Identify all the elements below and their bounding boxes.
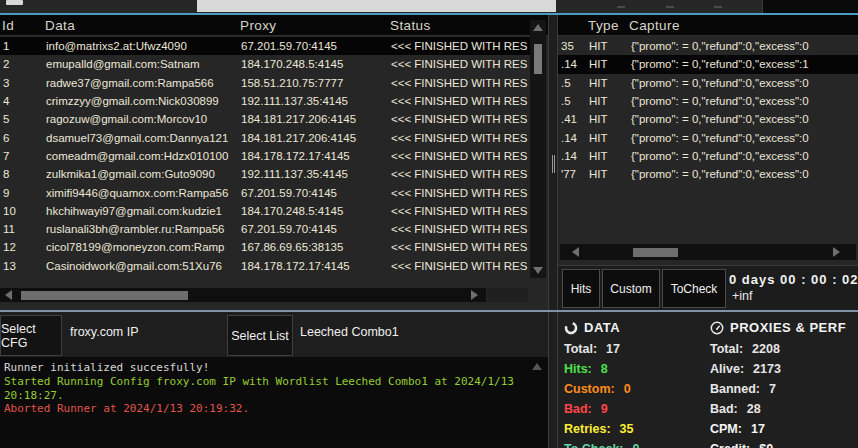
- select-list-button[interactable]: Select List: [227, 315, 293, 356]
- results-table: Id Data Proxy Status 1info@matrixs2.at:U…: [0, 15, 548, 310]
- cell-status: <<< FINISHED WITH RES: [391, 241, 530, 253]
- column-header-status[interactable]: Status: [390, 18, 431, 33]
- log-scroll-up-icon[interactable]: [532, 363, 542, 370]
- cell-proxy: 184.178.172.17:4145: [241, 150, 391, 162]
- cell-id: 1: [3, 40, 46, 52]
- scrollbar-thumb[interactable]: [534, 44, 542, 74]
- scroll-right-icon[interactable]: [833, 247, 840, 257]
- results-row[interactable]: 1info@matrixs2.at:Ufwz409067.201.59.70:4…: [0, 37, 530, 55]
- results-row[interactable]: 10hkchihwayi97@gmail.com:kudzie1184.170.…: [0, 202, 530, 220]
- stat-label: To Check:: [564, 442, 624, 448]
- results-rows: 1info@matrixs2.at:Ufwz409067.201.59.70:4…: [0, 37, 530, 275]
- cell-data: info@matrixs2.at:Ufwz4090: [46, 40, 241, 52]
- cell-capture: {"promo": = 0,"refund":0,"excess":0: [631, 150, 858, 162]
- log-line: Started Running Config froxy.com IP with…: [4, 375, 548, 389]
- column-header-type[interactable]: Type: [588, 18, 619, 33]
- scroll-down-icon[interactable]: [533, 267, 543, 274]
- results-row[interactable]: 7comeadm@gmail.com:Hdzx010100184.178.172…: [0, 147, 530, 165]
- cell-data: emupalld@gmail.com:Satnam: [46, 58, 241, 70]
- results-row[interactable]: 13Casinoidwork@gmail.com:51Xu76184.178.1…: [0, 257, 530, 275]
- results-row[interactable]: 8zulkmika1@gmail.com:Guto9090192.111.137…: [0, 165, 530, 183]
- custom-button[interactable]: Custom: [602, 269, 660, 308]
- cell-proxy: 184.181.217.206:4145: [241, 113, 391, 125]
- runner-log[interactable]: Runner initialized succesfully!Started R…: [0, 357, 548, 448]
- panel-splitter[interactable]: [548, 15, 558, 448]
- cell-id: 12: [3, 241, 46, 253]
- cell-col0: .14: [561, 150, 589, 162]
- proxies-stats: PROXIES & PERF Total:2208Alive:2173Banne…: [710, 320, 846, 448]
- cell-data: cicol78199@moneyzon.com:Ramp: [46, 241, 241, 253]
- hits-row[interactable]: '77HIT{"promo": = 0,"refund":0,"excess":…: [558, 165, 858, 183]
- stat-credit: Credit:$0: [710, 442, 846, 448]
- results-row[interactable]: 2emupalld@gmail.com:Satnam184.170.248.5:…: [0, 55, 530, 73]
- hits-row[interactable]: .14HIT{"promo": = 0,"refund":0,"excess":…: [558, 55, 858, 73]
- hits-row[interactable]: .5HIT{"promo": = 0,"refund":0,"excess":0: [558, 92, 858, 110]
- results-row[interactable]: 5ragozuw@gmail.com:Morcov10184.181.217.2…: [0, 110, 530, 128]
- proxies-stats-title: PROXIES & PERF: [730, 320, 846, 335]
- stat-label: Total:: [710, 342, 743, 356]
- results-vertical-scrollbar[interactable]: [530, 20, 546, 278]
- data-stats-title: DATA: [584, 320, 620, 335]
- log-line: 20:18:27.: [4, 389, 548, 403]
- stat-value: 2208: [752, 342, 780, 356]
- cell-data: dsamuel73@gmail.com:Dannya121: [46, 132, 241, 144]
- scrollbar-thumb[interactable]: [633, 248, 678, 257]
- stat-banned: Banned:7: [710, 382, 846, 402]
- hits-rows: 35HIT{"promo": = 0,"refund":0,"excess":0…: [558, 37, 858, 183]
- log-line: Runner initialized succesfully!: [4, 361, 548, 375]
- hits-row[interactable]: .5HIT{"promo": = 0,"refund":0,"excess":0: [558, 74, 858, 92]
- runner-window: Id Data Proxy Status 1info@matrixs2.at:U…: [0, 0, 858, 448]
- stat-retries: Retries:35: [564, 422, 639, 442]
- cell-data: crimzzyy@gmail.com:Nick030899: [46, 95, 241, 107]
- cell-status: <<< FINISHED WITH RES: [391, 150, 530, 162]
- hits-horizontal-scrollbar[interactable]: [560, 244, 856, 260]
- cell-data: radwe37@gmail.com:Rampa566: [46, 77, 241, 89]
- pie-chart-icon: [564, 321, 578, 335]
- column-header-id[interactable]: Id: [2, 18, 14, 33]
- results-row[interactable]: 11ruslanali3bh@rambler.ru:Rampa5667.201.…: [0, 220, 530, 238]
- scrollbar-thumb[interactable]: [21, 291, 188, 300]
- scroll-left-icon[interactable]: [5, 290, 12, 300]
- scroll-left-icon[interactable]: [572, 247, 579, 257]
- select-cfg-button[interactable]: Select CFG: [0, 315, 62, 356]
- hits-row[interactable]: 35HIT{"promo": = 0,"refund":0,"excess":0: [558, 37, 858, 55]
- cell-proxy: 192.111.137.35:4145: [241, 95, 391, 107]
- results-row[interactable]: 9ximifi9446@quamox.com:Rampa5667.201.59.…: [0, 183, 530, 201]
- hits-filter-bar: Hits Custom ToCheck 0 days 00 : 00 : 02 …: [558, 265, 858, 310]
- scroll-right-icon[interactable]: [471, 290, 478, 300]
- results-row[interactable]: 6dsamuel73@gmail.com:Dannya121184.181.21…: [0, 128, 530, 146]
- results-horizontal-scrollbar[interactable]: [0, 288, 486, 302]
- hits-button[interactable]: Hits: [562, 269, 600, 308]
- hits-row[interactable]: .14HIT{"promo": = 0,"refund":0,"excess":…: [558, 128, 858, 146]
- column-header-capture[interactable]: Capture: [629, 18, 680, 33]
- proxies-stats-header: PROXIES & PERF: [710, 320, 846, 335]
- cell-id: 9: [3, 187, 46, 199]
- hits-row[interactable]: .41HIT{"promo": = 0,"refund":0,"excess":…: [558, 110, 858, 128]
- stat-label: Bad:: [710, 402, 738, 416]
- results-row[interactable]: 12cicol78199@moneyzon.com:Ramp167.86.69.…: [0, 238, 530, 256]
- tocheck-button[interactable]: ToCheck: [662, 269, 726, 308]
- top-dash-icon: [617, 6, 625, 8]
- stat-total: Total:2208: [710, 342, 846, 362]
- splitter-handle-icon[interactable]: [552, 155, 553, 173]
- results-row[interactable]: 4crimzzyy@gmail.com:Nick030899192.111.13…: [0, 92, 530, 110]
- cell-proxy: 184.178.172.17:4145: [241, 260, 391, 272]
- scroll-up-icon[interactable]: [533, 24, 543, 31]
- data-stats: DATA Total:17Hits:8Custom:0Bad:9Retries:…: [564, 320, 639, 448]
- cell-type: HIT: [589, 132, 631, 144]
- stat-value: 17: [606, 342, 620, 356]
- cell-proxy: 167.86.69.65:38135: [241, 241, 391, 253]
- cell-id: 8: [3, 168, 46, 180]
- stat-total: Total:17: [564, 342, 639, 362]
- column-header-data[interactable]: Data: [45, 18, 75, 33]
- stat-to-check: To Check:0: [564, 442, 639, 448]
- data-stats-header: DATA: [564, 320, 639, 335]
- cell-proxy: 158.51.210.75:7777: [241, 77, 391, 89]
- stat-label: Alive:: [710, 362, 744, 376]
- results-row[interactable]: 3radwe37@gmail.com:Rampa566158.51.210.75…: [0, 74, 530, 92]
- column-header-proxy[interactable]: Proxy: [240, 18, 277, 33]
- gauge-icon: [710, 321, 724, 335]
- config-bar: Select CFG froxy.com IP Select List Leec…: [0, 312, 548, 357]
- hits-row[interactable]: .14HIT{"promo": = 0,"refund":0,"excess":…: [558, 147, 858, 165]
- stat-bad: Bad:9: [564, 402, 639, 422]
